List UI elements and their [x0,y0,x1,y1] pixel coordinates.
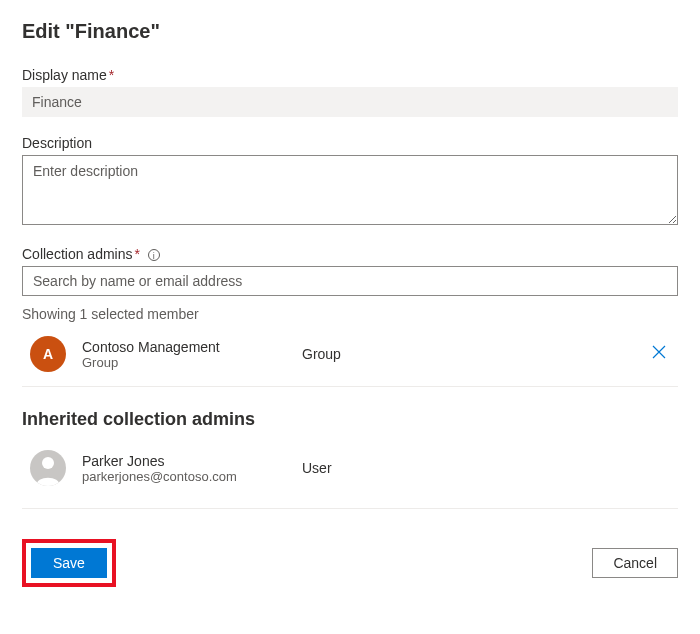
member-type: User [302,460,638,476]
table-row: A Contoso Management Group Group [22,322,678,387]
member-subtext: Group [82,355,302,370]
description-field: Description [22,135,678,228]
avatar [30,450,66,486]
description-textarea[interactable] [22,155,678,225]
member-name-col: Parker Jones parkerjones@contoso.com [82,453,302,484]
member-name: Contoso Management [82,339,302,355]
person-icon [30,450,66,486]
required-asterisk: * [109,67,114,83]
admins-search-input[interactable] [22,266,678,296]
member-name: Parker Jones [82,453,302,469]
table-row: Parker Jones parkerjones@contoso.com Use… [22,436,678,500]
highlight-box: Save [22,539,116,587]
save-button[interactable]: Save [31,548,107,578]
info-icon[interactable]: i [148,249,160,261]
display-name-field: Display name* Finance [22,67,678,117]
display-name-label-text: Display name [22,67,107,83]
member-subtext: parkerjones@contoso.com [82,469,302,484]
collection-admins-label-text: Collection admins [22,246,133,262]
page-title: Edit "Finance" [22,20,678,43]
display-name-input[interactable]: Finance [22,87,678,117]
close-icon [652,345,666,359]
description-label: Description [22,135,678,151]
avatar: A [30,336,66,372]
member-name-col: Contoso Management Group [82,339,302,370]
remove-member-button[interactable] [648,341,670,367]
collection-admins-field: Collection admins* i Showing 1 selected … [22,246,678,387]
inherited-admins-heading: Inherited collection admins [22,409,678,430]
showing-count-text: Showing 1 selected member [22,306,678,322]
collection-admins-label: Collection admins* i [22,246,678,262]
divider [22,508,678,509]
member-type: Group [302,346,638,362]
svg-point-0 [42,457,54,469]
footer-bar: Save Cancel [22,539,678,587]
required-asterisk: * [135,246,140,262]
cancel-button[interactable]: Cancel [592,548,678,578]
display-name-label: Display name* [22,67,678,83]
